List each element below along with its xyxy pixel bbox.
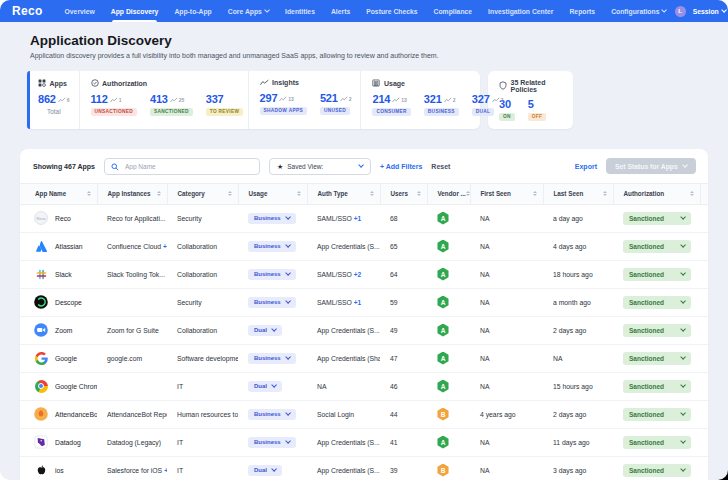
auth-type-more-link[interactable]: +1 (354, 215, 361, 222)
nav-item-core-apps[interactable]: Core Apps (220, 0, 277, 22)
session-menu[interactable]: Session (693, 8, 726, 15)
cell-vendor[interactable]: B (427, 456, 470, 480)
nav-item-compliance[interactable]: Compliance (426, 0, 481, 22)
usage-dropdown[interactable]: Business (248, 437, 296, 448)
cell-authorization[interactable]: Sanctioned (613, 316, 700, 344)
sort-icon[interactable] (603, 191, 607, 196)
table-row[interactable]: AttendanceBotAttendanceBot ReportHuman r… (20, 400, 708, 428)
cell-app-name[interactable]: Datadog (20, 428, 97, 456)
table-row[interactable]: ZoomZoom for G SuiteCollaborationDualApp… (20, 316, 708, 344)
column-header-users[interactable]: Users (380, 183, 427, 204)
column-header-vendor-[interactable]: Vendor ... (427, 183, 470, 204)
cell-vendor[interactable]: A (427, 204, 470, 232)
cell-authorization[interactable]: Sanctioned (613, 400, 700, 428)
nav-item-posture-checks[interactable]: Posture Checks (358, 0, 425, 22)
authorization-dropdown[interactable]: Sanctioned (623, 324, 691, 337)
column-header-authorization[interactable]: Authorization (613, 183, 700, 204)
cell-app-name[interactable]: RecoReco (20, 204, 97, 232)
cell-usage[interactable]: Business (238, 400, 307, 428)
reco-logo[interactable]: Reco (12, 0, 43, 22)
cell-vendor[interactable]: A (427, 372, 470, 400)
usage-dropdown[interactable]: Dual (248, 381, 282, 392)
cell-app-name[interactable]: ios (20, 456, 97, 480)
usage-dropdown[interactable]: Business (248, 409, 296, 420)
cell-usage[interactable]: Business (238, 344, 307, 372)
sort-icon[interactable] (370, 191, 374, 196)
cell-authorization[interactable]: Sanctioned (613, 232, 700, 260)
sort-icon[interactable] (466, 191, 470, 196)
cell-vendor[interactable]: A (427, 288, 470, 316)
nav-item-identities[interactable]: Identities (277, 0, 323, 22)
search-input[interactable] (123, 162, 253, 171)
sort-icon[interactable] (690, 191, 694, 196)
cell-usage[interactable]: Business (238, 288, 307, 316)
export-button[interactable]: Export (575, 163, 597, 170)
authorization-dropdown[interactable]: Sanctioned (623, 296, 691, 309)
table-row[interactable]: Google ChromeITDualNA46ANA15 hours agoSa… (20, 372, 708, 400)
usage-dropdown[interactable]: Business (248, 241, 296, 252)
auth-type-more-link[interactable]: +1 (354, 299, 361, 306)
vendor-grade-badge[interactable]: A (437, 240, 449, 253)
column-header-app-name[interactable]: App Name (20, 183, 97, 204)
cell-usage[interactable]: Dual (238, 372, 307, 400)
add-filters-button[interactable]: + Add Filters (380, 163, 422, 170)
cell-authorization[interactable]: Sanctioned (613, 456, 700, 480)
authorization-dropdown[interactable]: Sanctioned (623, 380, 691, 393)
cell-vendor[interactable]: A (427, 344, 470, 372)
column-header-app-instances[interactable]: App Instances (97, 183, 167, 204)
vendor-grade-badge[interactable]: A (437, 436, 449, 449)
cell-app-name[interactable]: AttendanceBot (20, 400, 97, 428)
sort-icon[interactable] (533, 191, 537, 196)
column-header-auth-type[interactable]: Auth Type (307, 183, 380, 204)
sort-icon[interactable] (417, 191, 421, 196)
vendor-grade-badge[interactable]: A (437, 212, 449, 225)
cell-usage[interactable]: Dual (238, 316, 307, 344)
cell-authorization[interactable]: Sanctioned (613, 372, 700, 400)
table-row[interactable]: SlackSlack Tooling Tok...+1Collaboration… (20, 260, 708, 288)
cell-usage[interactable]: Business (238, 428, 307, 456)
set-status-button[interactable]: Set Status for Apps (606, 158, 696, 174)
cell-authorization[interactable]: Sanctioned (613, 204, 700, 232)
vendor-grade-badge[interactable]: A (437, 324, 449, 337)
nav-item-overview[interactable]: Overview (57, 0, 103, 22)
auth-type-more-link[interactable]: +2 (354, 271, 361, 278)
usage-dropdown[interactable]: Business (248, 353, 296, 364)
cell-usage[interactable]: Business (238, 260, 307, 288)
cell-app-name[interactable]: Atlassian (20, 232, 97, 260)
usage-dropdown[interactable]: Dual (248, 465, 282, 476)
sort-icon[interactable] (87, 191, 91, 196)
cell-usage[interactable]: Business (238, 204, 307, 232)
nav-item-investigation-center[interactable]: Investigation Center (480, 0, 561, 22)
cell-app-name[interactable]: Google (20, 344, 97, 372)
cell-app-name[interactable]: Google Chrome (20, 372, 97, 400)
nav-item-app-to-app[interactable]: App-to-App (166, 0, 219, 22)
nav-item-reports[interactable]: Reports (561, 0, 603, 22)
nav-item-alerts[interactable]: Alerts (323, 0, 358, 22)
table-row[interactable]: DatadogDatadog (Legacy)ITBusinessApp Cre… (20, 428, 708, 456)
authorization-dropdown[interactable]: Sanctioned (623, 212, 691, 225)
cell-authorization[interactable]: Sanctioned (613, 288, 700, 316)
cell-app-name[interactable]: Slack (20, 260, 97, 288)
avatar[interactable]: L (675, 6, 686, 17)
authorization-dropdown[interactable]: Sanctioned (623, 436, 691, 449)
saved-view-select[interactable]: ★ Saved View: (269, 158, 371, 175)
authorization-dropdown[interactable]: Sanctioned (623, 464, 691, 477)
sort-icon[interactable] (297, 191, 301, 196)
cell-app-name[interactable]: Zoom (20, 316, 97, 344)
cell-usage[interactable]: Business (238, 232, 307, 260)
usage-dropdown[interactable]: Business (248, 269, 296, 280)
vendor-grade-badge[interactable]: A (437, 268, 449, 281)
column-header-category[interactable]: Category (167, 183, 238, 204)
instances-more-link[interactable]: +3 (164, 467, 167, 474)
sort-icon[interactable] (228, 191, 232, 196)
authorization-dropdown[interactable]: Sanctioned (623, 240, 691, 253)
vendor-grade-badge[interactable]: B (437, 464, 449, 477)
cell-vendor[interactable]: A (427, 232, 470, 260)
authorization-dropdown[interactable]: Sanctioned (623, 268, 691, 281)
table-row[interactable]: iosSalesforce for iOS+3ITDualApp Credent… (20, 456, 708, 480)
nav-item-configurations[interactable]: Configurations (603, 0, 675, 22)
usage-dropdown[interactable]: Business (248, 297, 296, 308)
sort-icon[interactable] (157, 191, 161, 196)
column-header-last-seen[interactable]: Last Seen (543, 183, 613, 204)
nav-item-app-discovery[interactable]: App Discovery (103, 0, 167, 22)
